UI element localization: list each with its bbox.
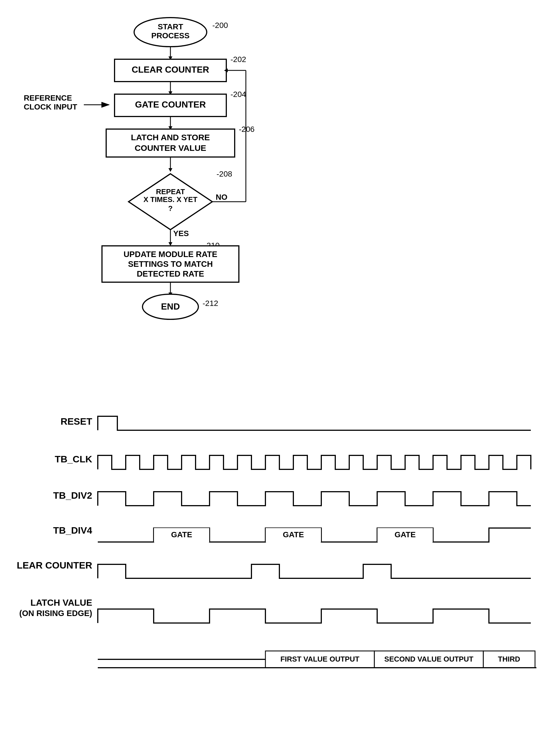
label-208: -208 [217, 170, 232, 178]
latch-text1: LATCH AND STORE [131, 133, 210, 142]
update-text3: DETECTED RATE [137, 269, 204, 278]
arrowhead-4 [168, 168, 172, 172]
second-value-label: SECOND VALUE OUTPUT [384, 655, 474, 663]
repeat-text2: X TIMES. X YET [143, 195, 197, 204]
gate-counter-text: GATE COUNTER [135, 99, 206, 110]
fig4-section: RESET TB_CLK TB_DIV2 TB_DIV4 GATE GATE G… [17, 391, 539, 708]
label-212: -212 [203, 299, 218, 308]
flowchart-svg: REFERENCE CLOCK INPUT START PROCESS -200… [22, 14, 302, 391]
label-202: -202 [230, 55, 246, 64]
timing-diagram-svg: RESET TB_CLK TB_DIV2 TB_DIV4 GATE GATE G… [17, 400, 536, 707]
update-text2: SETTINGS TO MATCH [128, 260, 213, 268]
latch-label-1: LATCH VALUE [30, 598, 92, 608]
gate3-label: GATE [394, 530, 416, 539]
label-206: -206 [239, 125, 255, 134]
label-200: -200 [212, 21, 228, 30]
first-value-label: FIRST VALUE OUTPUT [280, 655, 360, 663]
gate1-label: GATE [171, 530, 192, 539]
latch-label-2: (ON RISING EDGE) [19, 609, 92, 618]
third-value-label: THIRD [498, 655, 520, 663]
tbdiv2-label: TB_DIV2 [53, 490, 92, 501]
latch-signal [98, 609, 531, 623]
reset-label: RESET [61, 416, 92, 427]
reference-label: REFERENCE [24, 94, 72, 102]
start-text2: PROCESS [151, 31, 190, 40]
tbclk-signal [98, 455, 531, 469]
update-text1: UPDATE MODULE RATE [123, 250, 217, 259]
clear-counter-label: CLEAR COUNTER [17, 560, 92, 570]
clear-signal [98, 564, 531, 578]
clock-input-label: CLOCK INPUT [24, 103, 77, 111]
tbdiv2-signal [98, 492, 531, 506]
label-204: -204 [230, 90, 246, 99]
repeat-text1: REPEAT [156, 187, 185, 196]
clear-counter-text: CLEAR COUNTER [132, 65, 209, 75]
reset-signal [98, 416, 531, 430]
fig2-section: REFERENCE CLOCK INPUT START PROCESS -200… [22, 6, 330, 392]
tbclk-label: TB_CLK [55, 454, 92, 464]
start-text1: START [158, 22, 183, 31]
gate2-label: GATE [283, 530, 304, 539]
repeat-text3: ? [168, 204, 173, 213]
no-label: NO [216, 193, 227, 201]
tbdiv4-label: TB_DIV4 [53, 525, 92, 536]
end-text: END [161, 301, 180, 312]
yes-label: YES [173, 229, 189, 238]
latch-text2: COUNTER VALUE [135, 143, 206, 153]
